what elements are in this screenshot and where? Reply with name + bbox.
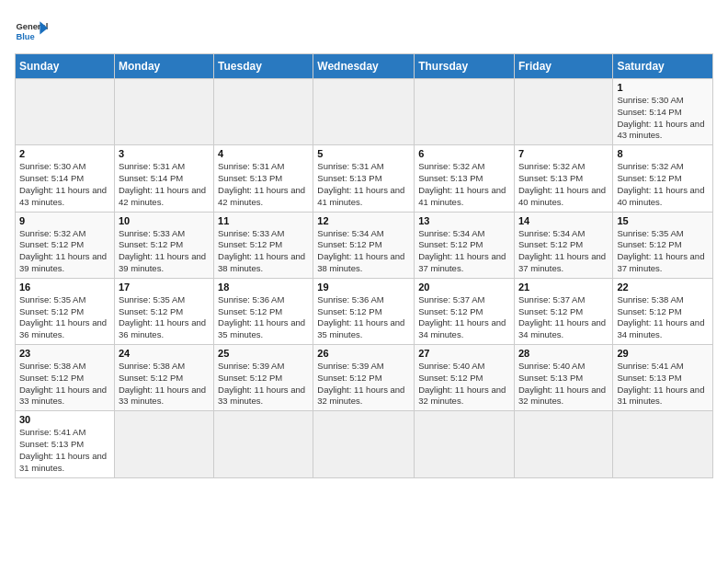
day-info: Sunrise: 5:31 AM Sunset: 5:14 PM Dayligh… [119,161,210,208]
day-number: 9 [19,215,110,226]
day-number: 13 [418,215,510,226]
calendar-cell [114,79,213,145]
day-number: 24 [119,348,210,359]
day-info: Sunrise: 5:39 AM Sunset: 5:12 PM Dayligh… [317,361,410,408]
day-info: Sunrise: 5:40 AM Sunset: 5:12 PM Dayligh… [418,361,510,408]
day-info: Sunrise: 5:32 AM Sunset: 5:13 PM Dayligh… [518,161,609,208]
calendar-week-6: 30Sunrise: 5:41 AM Sunset: 5:13 PM Dayli… [16,411,713,477]
day-info: Sunrise: 5:39 AM Sunset: 5:12 PM Dayligh… [218,361,309,408]
svg-text:Blue: Blue [16,32,34,41]
day-number: 29 [617,348,709,359]
calendar-cell [214,79,313,145]
calendar-cell: 4Sunrise: 5:31 AM Sunset: 5:13 PM Daylig… [214,145,313,212]
day-number: 7 [518,148,609,159]
day-number: 20 [418,282,510,293]
day-info: Sunrise: 5:38 AM Sunset: 5:12 PM Dayligh… [617,294,709,341]
weekday-header-thursday: Thursday [415,54,515,79]
calendar-cell: 14Sunrise: 5:34 AM Sunset: 5:12 PM Dayli… [514,212,612,278]
day-number: 1 [617,82,709,93]
day-info: Sunrise: 5:41 AM Sunset: 5:13 PM Dayligh… [617,361,709,408]
day-number: 8 [617,148,709,159]
day-number: 4 [218,148,309,159]
day-number: 27 [418,348,510,359]
day-info: Sunrise: 5:35 AM Sunset: 5:12 PM Dayligh… [119,294,210,341]
day-number: 25 [218,348,309,359]
weekday-header-monday: Monday [114,54,213,79]
calendar-cell: 17Sunrise: 5:35 AM Sunset: 5:12 PM Dayli… [114,278,213,344]
calendar-cell [313,79,415,145]
day-info: Sunrise: 5:32 AM Sunset: 5:12 PM Dayligh… [617,161,709,208]
day-info: Sunrise: 5:36 AM Sunset: 5:12 PM Dayligh… [317,294,410,341]
weekday-header-sunday: Sunday [16,54,115,79]
calendar-cell: 22Sunrise: 5:38 AM Sunset: 5:12 PM Dayli… [613,278,713,344]
day-info: Sunrise: 5:30 AM Sunset: 5:14 PM Dayligh… [19,161,110,208]
day-info: Sunrise: 5:34 AM Sunset: 5:12 PM Dayligh… [418,228,510,275]
calendar-cell: 15Sunrise: 5:35 AM Sunset: 5:12 PM Dayli… [613,212,713,278]
day-number: 5 [317,148,410,159]
day-info: Sunrise: 5:35 AM Sunset: 5:12 PM Dayligh… [617,228,709,275]
calendar-cell: 9Sunrise: 5:32 AM Sunset: 5:12 PM Daylig… [16,212,115,278]
day-info: Sunrise: 5:35 AM Sunset: 5:12 PM Dayligh… [19,294,110,341]
day-info: Sunrise: 5:30 AM Sunset: 5:14 PM Dayligh… [617,95,709,142]
calendar-cell: 16Sunrise: 5:35 AM Sunset: 5:12 PM Dayli… [16,278,115,344]
day-info: Sunrise: 5:41 AM Sunset: 5:13 PM Dayligh… [19,427,110,474]
day-number: 26 [317,348,410,359]
calendar-cell: 28Sunrise: 5:40 AM Sunset: 5:13 PM Dayli… [514,345,612,411]
day-number: 21 [518,282,609,293]
logo-icon: General Blue [15,15,48,48]
day-number: 3 [119,148,210,159]
day-number: 22 [617,282,709,293]
weekday-header-saturday: Saturday [613,54,713,79]
calendar-body: 1Sunrise: 5:30 AM Sunset: 5:14 PM Daylig… [16,79,713,478]
weekday-header-wednesday: Wednesday [313,54,415,79]
calendar-cell: 6Sunrise: 5:32 AM Sunset: 5:13 PM Daylig… [415,145,515,212]
day-number: 2 [19,148,110,159]
day-info: Sunrise: 5:40 AM Sunset: 5:13 PM Dayligh… [518,361,609,408]
calendar-cell [214,411,313,477]
weekday-header-tuesday: Tuesday [214,54,313,79]
page-header: General Blue [15,15,713,48]
calendar-week-4: 16Sunrise: 5:35 AM Sunset: 5:12 PM Dayli… [16,278,713,344]
day-info: Sunrise: 5:37 AM Sunset: 5:12 PM Dayligh… [418,294,510,341]
calendar-cell: 19Sunrise: 5:36 AM Sunset: 5:12 PM Dayli… [313,278,415,344]
calendar-cell [313,411,415,477]
calendar-cell: 2Sunrise: 5:30 AM Sunset: 5:14 PM Daylig… [16,145,115,212]
day-number: 30 [19,414,110,425]
calendar-week-5: 23Sunrise: 5:38 AM Sunset: 5:12 PM Dayli… [16,345,713,411]
day-info: Sunrise: 5:38 AM Sunset: 5:12 PM Dayligh… [19,361,110,408]
day-number: 6 [418,148,510,159]
calendar-cell: 3Sunrise: 5:31 AM Sunset: 5:14 PM Daylig… [114,145,213,212]
day-number: 16 [19,282,110,293]
calendar-cell: 13Sunrise: 5:34 AM Sunset: 5:12 PM Dayli… [415,212,515,278]
day-info: Sunrise: 5:33 AM Sunset: 5:12 PM Dayligh… [218,228,309,275]
calendar-table: SundayMondayTuesdayWednesdayThursdayFrid… [15,53,713,478]
day-number: 15 [617,215,709,226]
calendar-cell [415,411,515,477]
calendar-cell: 7Sunrise: 5:32 AM Sunset: 5:13 PM Daylig… [514,145,612,212]
day-info: Sunrise: 5:34 AM Sunset: 5:12 PM Dayligh… [518,228,609,275]
weekday-row: SundayMondayTuesdayWednesdayThursdayFrid… [16,54,713,79]
day-number: 14 [518,215,609,226]
calendar-week-1: 1Sunrise: 5:30 AM Sunset: 5:14 PM Daylig… [16,79,713,145]
calendar-cell: 18Sunrise: 5:36 AM Sunset: 5:12 PM Dayli… [214,278,313,344]
day-info: Sunrise: 5:34 AM Sunset: 5:12 PM Dayligh… [317,228,410,275]
calendar-cell [114,411,213,477]
calendar-header: SundayMondayTuesdayWednesdayThursdayFrid… [16,54,713,79]
calendar-cell: 23Sunrise: 5:38 AM Sunset: 5:12 PM Dayli… [16,345,115,411]
day-info: Sunrise: 5:31 AM Sunset: 5:13 PM Dayligh… [317,161,410,208]
weekday-header-friday: Friday [514,54,612,79]
calendar-cell [613,411,713,477]
day-number: 23 [19,348,110,359]
calendar-week-2: 2Sunrise: 5:30 AM Sunset: 5:14 PM Daylig… [16,145,713,212]
calendar-cell: 30Sunrise: 5:41 AM Sunset: 5:13 PM Dayli… [16,411,115,477]
calendar-cell: 29Sunrise: 5:41 AM Sunset: 5:13 PM Dayli… [613,345,713,411]
calendar-cell: 5Sunrise: 5:31 AM Sunset: 5:13 PM Daylig… [313,145,415,212]
calendar-cell: 10Sunrise: 5:33 AM Sunset: 5:12 PM Dayli… [114,212,213,278]
calendar-cell: 8Sunrise: 5:32 AM Sunset: 5:12 PM Daylig… [613,145,713,212]
day-info: Sunrise: 5:31 AM Sunset: 5:13 PM Dayligh… [218,161,309,208]
day-info: Sunrise: 5:32 AM Sunset: 5:12 PM Dayligh… [19,228,110,275]
calendar-cell: 26Sunrise: 5:39 AM Sunset: 5:12 PM Dayli… [313,345,415,411]
logo: General Blue [15,15,51,48]
calendar-cell: 24Sunrise: 5:38 AM Sunset: 5:12 PM Dayli… [114,345,213,411]
calendar-week-3: 9Sunrise: 5:32 AM Sunset: 5:12 PM Daylig… [16,212,713,278]
